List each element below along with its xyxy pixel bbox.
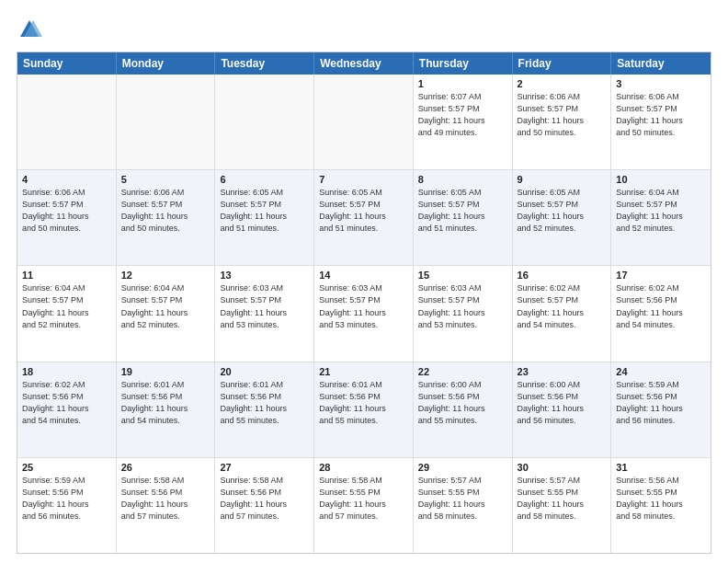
day-info: Sunrise: 6:03 AM Sunset: 5:57 PM Dayligh… bbox=[319, 282, 408, 330]
calendar-cell: 19Sunrise: 6:01 AM Sunset: 5:56 PM Dayli… bbox=[117, 362, 216, 457]
calendar-cell: 10Sunrise: 6:04 AM Sunset: 5:57 PM Dayli… bbox=[611, 170, 711, 265]
day-info: Sunrise: 6:06 AM Sunset: 5:57 PM Dayligh… bbox=[616, 91, 706, 139]
weekday-header-tuesday: Tuesday bbox=[215, 52, 314, 75]
day-info: Sunrise: 5:58 AM Sunset: 5:55 PM Dayligh… bbox=[319, 475, 408, 523]
day-info: Sunrise: 6:03 AM Sunset: 5:57 PM Dayligh… bbox=[418, 282, 507, 330]
calendar-cell: 16Sunrise: 6:02 AM Sunset: 5:57 PM Dayli… bbox=[513, 266, 612, 361]
calendar-cell bbox=[117, 75, 216, 169]
weekday-header-saturday: Saturday bbox=[611, 52, 711, 75]
day-number: 2 bbox=[518, 78, 607, 89]
day-info: Sunrise: 5:58 AM Sunset: 5:56 PM Dayligh… bbox=[220, 475, 309, 523]
weekday-header-sunday: Sunday bbox=[17, 52, 117, 75]
day-number: 21 bbox=[319, 366, 408, 377]
day-info: Sunrise: 6:07 AM Sunset: 5:57 PM Dayligh… bbox=[418, 91, 507, 139]
day-number: 5 bbox=[121, 174, 210, 185]
day-number: 26 bbox=[121, 462, 210, 473]
day-info: Sunrise: 6:04 AM Sunset: 5:57 PM Dayligh… bbox=[616, 187, 706, 235]
day-number: 12 bbox=[121, 270, 210, 281]
calendar-cell: 30Sunrise: 5:57 AM Sunset: 5:55 PM Dayli… bbox=[513, 458, 612, 553]
calendar-body: 1Sunrise: 6:07 AM Sunset: 5:57 PM Daylig… bbox=[17, 75, 711, 553]
day-info: Sunrise: 6:04 AM Sunset: 5:57 PM Dayligh… bbox=[22, 282, 111, 330]
day-info: Sunrise: 6:02 AM Sunset: 5:56 PM Dayligh… bbox=[22, 379, 111, 427]
day-info: Sunrise: 6:06 AM Sunset: 5:57 PM Dayligh… bbox=[22, 187, 111, 235]
day-number: 14 bbox=[319, 270, 408, 281]
calendar-cell: 14Sunrise: 6:03 AM Sunset: 5:57 PM Dayli… bbox=[314, 266, 414, 361]
day-info: Sunrise: 6:05 AM Sunset: 5:57 PM Dayligh… bbox=[220, 187, 309, 235]
day-info: Sunrise: 5:59 AM Sunset: 5:56 PM Dayligh… bbox=[616, 379, 706, 427]
calendar-cell: 20Sunrise: 6:01 AM Sunset: 5:56 PM Dayli… bbox=[215, 362, 314, 457]
day-info: Sunrise: 6:00 AM Sunset: 5:56 PM Dayligh… bbox=[518, 379, 607, 427]
calendar-cell: 25Sunrise: 5:59 AM Sunset: 5:56 PM Dayli… bbox=[17, 458, 117, 553]
page: SundayMondayTuesdayWednesdayThursdayFrid… bbox=[0, 0, 728, 563]
day-info: Sunrise: 6:02 AM Sunset: 5:56 PM Dayligh… bbox=[616, 282, 706, 330]
day-info: Sunrise: 6:02 AM Sunset: 5:57 PM Dayligh… bbox=[518, 282, 607, 330]
calendar-cell bbox=[17, 75, 117, 169]
weekday-header-friday: Friday bbox=[513, 52, 612, 75]
day-number: 9 bbox=[518, 174, 607, 185]
day-number: 29 bbox=[418, 462, 507, 473]
header bbox=[17, 17, 711, 42]
calendar-row-3: 11Sunrise: 6:04 AM Sunset: 5:57 PM Dayli… bbox=[17, 265, 711, 361]
day-number: 27 bbox=[220, 462, 309, 473]
day-number: 24 bbox=[616, 366, 706, 377]
day-number: 18 bbox=[22, 366, 111, 377]
day-number: 23 bbox=[518, 366, 607, 377]
day-info: Sunrise: 6:05 AM Sunset: 5:57 PM Dayligh… bbox=[418, 187, 507, 235]
calendar-cell: 18Sunrise: 6:02 AM Sunset: 5:56 PM Dayli… bbox=[17, 362, 117, 457]
calendar-cell: 7Sunrise: 6:05 AM Sunset: 5:57 PM Daylig… bbox=[314, 170, 414, 265]
day-number: 28 bbox=[319, 462, 408, 473]
day-number: 30 bbox=[518, 462, 607, 473]
calendar-cell: 12Sunrise: 6:04 AM Sunset: 5:57 PM Dayli… bbox=[117, 266, 216, 361]
day-info: Sunrise: 5:56 AM Sunset: 5:55 PM Dayligh… bbox=[616, 475, 706, 523]
calendar-cell bbox=[314, 75, 414, 169]
calendar-cell: 24Sunrise: 5:59 AM Sunset: 5:56 PM Dayli… bbox=[611, 362, 711, 457]
day-info: Sunrise: 6:04 AM Sunset: 5:57 PM Dayligh… bbox=[121, 282, 210, 330]
calendar-cell: 21Sunrise: 6:01 AM Sunset: 5:56 PM Dayli… bbox=[314, 362, 414, 457]
day-number: 11 bbox=[22, 270, 111, 281]
day-info: Sunrise: 5:57 AM Sunset: 5:55 PM Dayligh… bbox=[518, 475, 607, 523]
day-info: Sunrise: 6:06 AM Sunset: 5:57 PM Dayligh… bbox=[121, 187, 210, 235]
calendar-cell: 8Sunrise: 6:05 AM Sunset: 5:57 PM Daylig… bbox=[414, 170, 513, 265]
calendar-cell: 5Sunrise: 6:06 AM Sunset: 5:57 PM Daylig… bbox=[117, 170, 216, 265]
calendar-header: SundayMondayTuesdayWednesdayThursdayFrid… bbox=[17, 52, 711, 75]
day-number: 19 bbox=[121, 366, 210, 377]
day-number: 10 bbox=[616, 174, 706, 185]
day-number: 25 bbox=[22, 462, 111, 473]
calendar-cell: 11Sunrise: 6:04 AM Sunset: 5:57 PM Dayli… bbox=[17, 266, 117, 361]
calendar-row-4: 18Sunrise: 6:02 AM Sunset: 5:56 PM Dayli… bbox=[17, 362, 711, 457]
calendar-cell: 31Sunrise: 5:56 AM Sunset: 5:55 PM Dayli… bbox=[611, 458, 711, 553]
day-info: Sunrise: 5:59 AM Sunset: 5:56 PM Dayligh… bbox=[22, 475, 111, 523]
calendar-cell: 15Sunrise: 6:03 AM Sunset: 5:57 PM Dayli… bbox=[414, 266, 513, 361]
weekday-header-thursday: Thursday bbox=[414, 52, 513, 75]
day-number: 22 bbox=[418, 366, 507, 377]
calendar-cell: 9Sunrise: 6:05 AM Sunset: 5:57 PM Daylig… bbox=[513, 170, 612, 265]
day-info: Sunrise: 5:57 AM Sunset: 5:55 PM Dayligh… bbox=[418, 475, 507, 523]
day-number: 31 bbox=[616, 462, 706, 473]
day-info: Sunrise: 6:06 AM Sunset: 5:57 PM Dayligh… bbox=[518, 91, 607, 139]
day-number: 3 bbox=[616, 78, 706, 89]
day-info: Sunrise: 6:00 AM Sunset: 5:56 PM Dayligh… bbox=[418, 379, 507, 427]
calendar-cell: 28Sunrise: 5:58 AM Sunset: 5:55 PM Dayli… bbox=[314, 458, 414, 553]
day-number: 8 bbox=[418, 174, 507, 185]
calendar-cell: 2Sunrise: 6:06 AM Sunset: 5:57 PM Daylig… bbox=[513, 75, 612, 169]
day-number: 13 bbox=[220, 270, 309, 281]
weekday-header-wednesday: Wednesday bbox=[314, 52, 414, 75]
day-info: Sunrise: 6:01 AM Sunset: 5:56 PM Dayligh… bbox=[319, 379, 408, 427]
day-info: Sunrise: 6:01 AM Sunset: 5:56 PM Dayligh… bbox=[220, 379, 309, 427]
day-number: 4 bbox=[22, 174, 111, 185]
calendar: SundayMondayTuesdayWednesdayThursdayFrid… bbox=[17, 52, 711, 554]
day-number: 17 bbox=[616, 270, 706, 281]
calendar-cell bbox=[215, 75, 314, 169]
day-number: 20 bbox=[220, 366, 309, 377]
calendar-cell: 1Sunrise: 6:07 AM Sunset: 5:57 PM Daylig… bbox=[414, 75, 513, 169]
day-info: Sunrise: 6:05 AM Sunset: 5:57 PM Dayligh… bbox=[319, 187, 408, 235]
calendar-cell: 6Sunrise: 6:05 AM Sunset: 5:57 PM Daylig… bbox=[215, 170, 314, 265]
calendar-cell: 17Sunrise: 6:02 AM Sunset: 5:56 PM Dayli… bbox=[611, 266, 711, 361]
calendar-cell: 27Sunrise: 5:58 AM Sunset: 5:56 PM Dayli… bbox=[215, 458, 314, 553]
calendar-row-5: 25Sunrise: 5:59 AM Sunset: 5:56 PM Dayli… bbox=[17, 457, 711, 553]
day-info: Sunrise: 5:58 AM Sunset: 5:56 PM Dayligh… bbox=[121, 475, 210, 523]
day-number: 16 bbox=[518, 270, 607, 281]
calendar-cell: 26Sunrise: 5:58 AM Sunset: 5:56 PM Dayli… bbox=[117, 458, 216, 553]
day-number: 15 bbox=[418, 270, 507, 281]
calendar-row-1: 1Sunrise: 6:07 AM Sunset: 5:57 PM Daylig… bbox=[17, 75, 711, 169]
